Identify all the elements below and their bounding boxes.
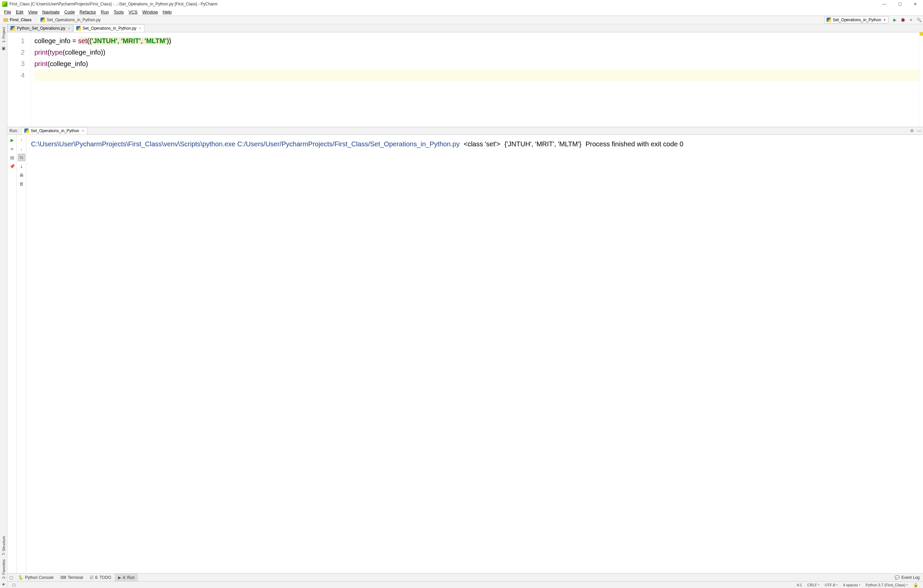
pin-icon[interactable]: 📌 xyxy=(8,162,16,170)
line-number: 3 xyxy=(7,58,25,69)
editor-tab-python-set-operations[interactable]: Python_Set_Operations.py × xyxy=(7,24,73,32)
window-close-button[interactable]: ✕ xyxy=(908,0,923,8)
line-number: 2 xyxy=(7,46,25,58)
run-config-selector[interactable]: Set_Operations_in_Python ▼ xyxy=(824,16,889,24)
inspection-indicator-icon[interactable] xyxy=(920,32,923,36)
folder-icon xyxy=(3,18,8,22)
run-tab[interactable]: Set_Operations_in_Python × xyxy=(21,127,87,134)
todo-icon: ☑ xyxy=(90,575,94,580)
bottom-tool-tabs: ▢ 🐍 Python Console ⌨ Terminal ☑ 6: TODO … xyxy=(7,573,923,581)
collapse-icon[interactable]: ▣ xyxy=(2,46,6,51)
minimize-panel-icon[interactable]: — xyxy=(916,127,923,134)
quick-access-icon[interactable]: ▢ xyxy=(7,575,15,580)
python-file-icon xyxy=(10,26,15,31)
status-messages-icon[interactable]: ▢ xyxy=(10,583,18,587)
stop-button[interactable]: ■ xyxy=(907,16,915,24)
event-log-tab[interactable]: 💬 Event Log xyxy=(891,573,923,581)
run-tab-bottom[interactable]: ▶ 4: Run xyxy=(115,573,138,581)
menu-view[interactable]: View xyxy=(26,9,39,15)
sidebar-project-tab[interactable]: 1: Project xyxy=(2,27,6,43)
status-encoding[interactable]: UTF-8▾ xyxy=(822,583,840,587)
sidebar-favorites-tab[interactable]: 2: Favorites xyxy=(2,559,6,578)
tab-label: 6: TODO xyxy=(95,575,111,580)
code-area[interactable]: college_info = set(('JNTUH', 'MRIT', 'ML… xyxy=(31,32,919,127)
breadcrumb-project-label: First_Class xyxy=(10,18,32,22)
run-toolbar-left-2: ↑ ↓ ⇆ ⤓ 🖶 🗑 xyxy=(17,135,26,573)
breadcrumb-separator-icon: 〉 xyxy=(34,18,38,22)
run-tool-window: ▶ ■ ▤ 📌 ↑ ↓ ⇆ ⤓ 🖶 🗑 C:\Users\User\Pychar… xyxy=(7,135,923,573)
console-output[interactable]: C:\Users\User\PycharmProjects\First_Clas… xyxy=(26,135,923,573)
debug-button[interactable]: 🐞 xyxy=(899,16,907,24)
python-console-tab[interactable]: 🐍 Python Console xyxy=(15,573,57,581)
editor-error-stripe[interactable] xyxy=(919,32,923,127)
down-icon[interactable]: ↓ xyxy=(18,145,25,152)
run-config-label: Set_Operations_in_Python xyxy=(833,18,881,22)
lock-icon[interactable]: 🔒 xyxy=(910,583,921,587)
close-tab-icon[interactable]: × xyxy=(139,26,141,30)
menu-bar: File Edit View Navigate Code Refactor Ru… xyxy=(0,8,923,15)
breadcrumb-file[interactable]: Set_Operations_in_Python.py xyxy=(38,16,103,24)
terminal-icon: ⌨ xyxy=(61,575,66,580)
line-number: 4 xyxy=(7,69,25,81)
menu-run[interactable]: Run xyxy=(99,9,111,15)
menu-help[interactable]: Help xyxy=(161,9,174,15)
tab-label: Event Log xyxy=(902,575,920,580)
editor-tab-row: Python_Set_Operations.py × Set_Operation… xyxy=(7,24,923,32)
up-icon[interactable]: ↑ xyxy=(18,136,25,144)
gear-icon[interactable]: ⚙ xyxy=(908,127,916,134)
console-line: C:/Users/User/PycharmProjects/First_Clas… xyxy=(237,140,460,148)
code-line-2: print(type(college_info)) xyxy=(34,49,105,56)
editor-tab-label: Python_Set_Operations.py xyxy=(17,26,65,31)
terminal-tab[interactable]: ⌨ Terminal xyxy=(57,573,86,581)
trash-icon[interactable]: 🗑 xyxy=(18,180,25,187)
menu-vcs[interactable]: VCS xyxy=(126,9,140,15)
editor-tab-label: Set_Operations_in_Python.py xyxy=(83,26,136,31)
layout-button[interactable]: ▤ xyxy=(8,154,16,161)
window-maximize-button[interactable]: ▢ xyxy=(892,0,908,8)
scroll-to-end-button[interactable]: ⤓ xyxy=(18,162,25,170)
todo-tab[interactable]: ☑ 6: TODO xyxy=(86,573,115,581)
breadcrumb-file-label: Set_Operations_in_Python.py xyxy=(47,18,100,22)
close-tab-icon[interactable]: × xyxy=(82,128,84,133)
menu-window[interactable]: Window xyxy=(140,9,160,15)
tab-label: 4: Run xyxy=(123,575,135,580)
menu-tools[interactable]: Tools xyxy=(112,9,126,15)
star-icon: ★ xyxy=(2,582,6,586)
run-button[interactable]: ▶ xyxy=(891,16,899,24)
python-file-icon xyxy=(24,128,29,133)
menu-edit[interactable]: Edit xyxy=(14,9,25,15)
rerun-button[interactable]: ▶ xyxy=(8,136,16,144)
code-editor[interactable]: 1 2 3 4 college_info = set(('JNTUH', 'MR… xyxy=(7,32,923,127)
stop-process-button[interactable]: ■ xyxy=(8,145,16,152)
print-icon[interactable]: 🖶 xyxy=(18,171,25,179)
window-minimize-button[interactable]: — xyxy=(877,0,892,8)
run-tab-label: Set_Operations_in_Python xyxy=(31,128,79,133)
python-file-icon xyxy=(826,18,831,22)
left-tool-stripe: 1: Project ▣ 7: Structure 2: Favorites ★ xyxy=(0,24,7,588)
menu-code[interactable]: Code xyxy=(62,9,77,15)
console-line: Process finished with exit code 0 xyxy=(586,140,683,148)
status-line-separator[interactable]: CRLF▾ xyxy=(805,583,822,587)
python-icon: 🐍 xyxy=(18,575,23,580)
breadcrumb-project[interactable]: First_Class xyxy=(2,16,34,24)
search-everywhere-button[interactable]: 🔍 xyxy=(915,16,923,24)
menu-navigate[interactable]: Navigate xyxy=(40,9,61,15)
run-tool-window-header: Run: Set_Operations_in_Python × ⚙ — xyxy=(7,127,923,135)
editor-tab-set-operations-in-python[interactable]: Set_Operations_in_Python.py × xyxy=(73,24,145,32)
menu-refactor[interactable]: Refactor xyxy=(77,9,98,15)
console-line: {'JNTUH', 'MRIT', 'MLTM'} xyxy=(504,140,581,148)
window-title: First_Class [C:\Users\User\PycharmProjec… xyxy=(10,2,877,7)
sidebar-structure-tab[interactable]: 7: Structure xyxy=(2,536,6,555)
close-tab-icon[interactable]: × xyxy=(68,26,70,30)
soft-wrap-button[interactable]: ⇆ xyxy=(18,154,25,161)
menu-file[interactable]: File xyxy=(2,9,13,15)
status-indent[interactable]: 4 spaces▾ xyxy=(840,583,863,587)
tab-label: Python Console xyxy=(25,575,54,580)
code-line-4 xyxy=(34,69,919,81)
line-number: 1 xyxy=(7,35,25,46)
status-interpreter[interactable]: Python 3.7 (First_Class)▾ xyxy=(863,583,910,587)
status-bar: ▢ 4:1 CRLF▾ UTF-8▾ 4 spaces▾ Python 3.7 … xyxy=(7,581,923,588)
navigation-bar: First_Class 〉 Set_Operations_in_Python.p… xyxy=(0,15,923,24)
python-file-icon xyxy=(76,26,81,31)
status-caret-position[interactable]: 4:1 xyxy=(794,583,805,587)
